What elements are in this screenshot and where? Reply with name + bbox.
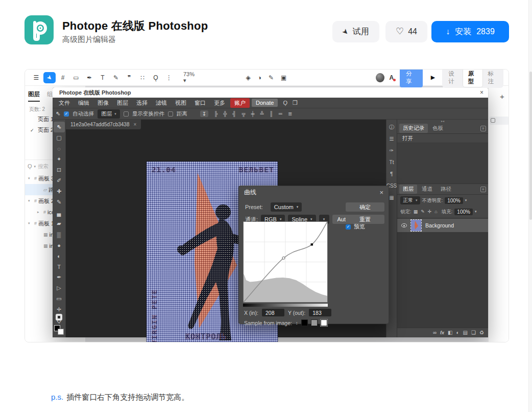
align-icon[interactable]: ║ [270,111,273,117]
panel-icon[interactable]: Tt [390,160,394,165]
align-icon[interactable]: ╠ [214,111,217,117]
tree-caret-icon[interactable]: ▾ [28,221,33,225]
panel-icon[interactable]: ¶ [390,172,393,177]
close-icon[interactable]: × [379,189,383,196]
toolbar-icon[interactable]: Ǫ [150,72,162,83]
toolbar-icon[interactable]: ➤ [43,72,56,83]
layer-action-icon[interactable]: ♻ [479,330,484,335]
menu-item[interactable]: 编辑 [74,98,93,108]
tool-button[interactable]: T [54,261,65,272]
tool-button[interactable]: ▒ [54,229,65,240]
background-color-swatch[interactable] [58,329,64,335]
fullscreen-icon[interactable]: ❒ [293,100,298,106]
tool-button[interactable]: ◌ [54,143,65,154]
align-icon[interactable]: ≣ [288,111,292,117]
toolbar-icon[interactable]: ⋮ [163,72,175,83]
panel-tab[interactable]: 图层 [28,90,40,102]
auto-select-checkbox[interactable]: ✓ [64,111,69,117]
mode-tab[interactable]: 设计 [443,69,463,87]
tool-button[interactable]: ⇖ [54,122,65,132]
sample-point-swatch[interactable] [301,319,308,326]
tool-button[interactable]: ▭ [54,293,65,304]
curve-point-selected[interactable] [311,243,313,245]
curves-plot[interactable] [243,221,328,303]
dialog-title-bar[interactable]: 曲线 × [239,186,389,198]
tool-button[interactable]: ✒ [54,272,65,283]
panel-icon[interactable]: ▦ [389,195,394,200]
curve-point-open[interactable] [282,257,285,259]
tree-caret-icon[interactable]: ▾ [28,176,33,180]
panel-tab[interactable]: 色板 [429,124,447,133]
collapse-handle-icon[interactable]: ▸◂ [397,120,488,123]
history-entry[interactable]: 打开 [397,134,488,143]
close-tab-icon[interactable]: × [134,122,137,127]
add-button[interactable]: + [500,92,504,101]
tree-caret-icon[interactable]: ▾ [28,199,33,203]
menu-item[interactable]: 更多 [210,98,229,108]
blend-mode-dropdown[interactable]: 正常▾ [400,196,420,204]
panel-menu-icon[interactable]: ≡ [480,187,486,192]
toolbar-icon[interactable]: ✎ [110,72,122,83]
play-button[interactable]: ▶ [431,74,435,81]
tool-button[interactable]: ✦ [54,154,65,165]
lock-icon[interactable]: ✎ [421,209,425,214]
panel-icon[interactable]: ✑ [390,148,394,153]
layer-thumbnail[interactable] [411,220,421,231]
menu-item[interactable]: 文件 [55,98,74,108]
color-swatches[interactable] [54,325,65,336]
sample-point-swatch[interactable] [321,319,327,326]
photopea-title-bar[interactable]: Photope 在线版 Photoshop × [53,87,488,98]
tool-button[interactable]: ▄ [54,208,65,218]
tool-button[interactable]: ✎ [54,197,65,208]
chevron-down-icon[interactable]: ▾ [465,198,467,202]
curves-dialog[interactable]: 曲线 × Preset: Custom▾ 通道: RGB▾ Spline▾ ▾ … [238,186,389,324]
panel-tab[interactable]: 路径 [437,185,455,194]
toolbar-icon[interactable]: ❞ [123,72,135,83]
install-button[interactable]: ↓ 安装 2839 [431,21,509,42]
panel-row[interactable] [490,117,509,125]
tool-button[interactable]: ▷ [54,283,65,293]
menu-item[interactable]: Donate [252,99,278,107]
toolbar-icon[interactable]: T [96,72,109,83]
font-warning-badge[interactable]: A [390,74,394,81]
align-icon[interactable]: ╦ [241,111,245,117]
share-button[interactable]: 分享 [400,69,423,87]
panel-icon[interactable]: ☰ [390,136,394,142]
layer-action-icon[interactable]: ∞ [433,330,437,335]
menu-item[interactable]: 窗口 [190,98,210,108]
tool-button[interactable]: ⊡ [54,165,65,175]
toolbar-icon[interactable]: ∷ [136,72,149,83]
menu-item[interactable]: 账户 [230,98,250,108]
mode-tab[interactable]: 原型 [463,69,483,87]
target-dropdown[interactable]: 图层▾ [98,109,120,119]
align-icon[interactable]: ↧ [200,110,208,117]
lock-icon[interactable]: ✛ [428,209,432,214]
menu-item[interactable]: 滤镜 [152,98,171,108]
document-tab[interactable]: 11e2a0e47add5d7cb3438 × [66,120,141,129]
layer-action-icon[interactable]: ◐ [456,330,460,335]
x-in-field[interactable]: 208 [262,309,284,316]
toolbar-icon[interactable]: ◈ [246,74,250,81]
align-icon[interactable]: ╩ [260,111,264,117]
tool-button[interactable]: ◐ [54,250,65,261]
toolbar-icon[interactable]: ▭ [70,72,82,83]
toolbar-icon[interactable]: # [57,72,69,83]
toolbar-icon[interactable]: ◑ [258,74,261,81]
opacity-value[interactable]: 100% [445,197,463,204]
layer-action-icon[interactable]: ❏ [471,330,476,335]
panel-icon[interactable]: ⓘ [389,125,394,130]
screen-mode-icon[interactable] [56,311,62,321]
align-icon[interactable]: ═ [279,111,282,117]
avatar[interactable] [376,73,384,82]
preview-checkbox[interactable]: ✓ [346,224,351,230]
toolbar-icon[interactable]: ✎ [269,74,274,81]
scrollbar-thumb[interactable] [529,72,532,220]
y-out-field[interactable]: 183 [309,309,331,316]
align-icon[interactable]: ╪ [251,111,255,117]
chevron-down-icon[interactable]: ▾ [475,210,477,214]
lock-icon[interactable]: ⌂ [434,209,437,214]
zoom-level-dropdown[interactable]: 73% ▾ [183,71,197,84]
preset-dropdown[interactable]: Custom▾ [271,202,302,212]
try-button[interactable]: ➤ 试用 [332,21,379,42]
menu-item[interactable]: 图像 [93,98,113,108]
